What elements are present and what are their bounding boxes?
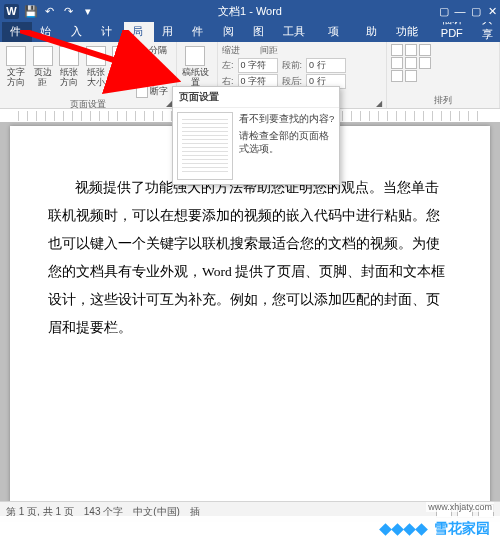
page-setup-tooltip: 页面设置 看不到要查找的内容? 请检查全部的页面格式选项。 xyxy=(172,86,340,185)
align-icon xyxy=(405,70,417,82)
columns-button[interactable]: 分栏 xyxy=(110,44,134,77)
document-body-text: 视频提供了功能强大的方法帮助您证明您的观点。当您单击联机视频时，可以在想要添加的… xyxy=(48,180,445,335)
spacing-before-input[interactable]: 0 行 xyxy=(306,58,346,73)
rotate-icon xyxy=(419,57,431,69)
close-button[interactable]: ✕ xyxy=(484,3,500,19)
arrange-btn-6[interactable] xyxy=(405,70,417,82)
size-icon xyxy=(86,46,106,66)
window-buttons: ▢ — ▢ ✕ xyxy=(436,3,500,19)
redo-icon[interactable]: ↷ xyxy=(61,4,76,19)
paper-settings-button[interactable]: 稿纸设置 xyxy=(181,44,209,87)
hyphen-icon xyxy=(136,86,148,98)
group-icon xyxy=(419,44,431,56)
watermark-url: www.xhjaty.com xyxy=(426,502,494,512)
quick-access-toolbar: W 💾 ↶ ↷ ▾ xyxy=(0,4,99,19)
margins-icon xyxy=(33,46,53,66)
save-icon[interactable]: 💾 xyxy=(23,4,38,19)
indent-left-input[interactable]: 0 字符 xyxy=(238,58,278,73)
text-direction-button[interactable]: 文字方向 xyxy=(4,44,28,87)
qat-more-icon[interactable]: ▾ xyxy=(80,4,95,19)
ribbon-options-icon[interactable]: ▢ xyxy=(436,3,452,19)
orientation-icon xyxy=(59,46,79,66)
breaks-icon xyxy=(136,51,147,63)
undo-icon[interactable]: ↶ xyxy=(42,4,57,19)
orientation-button[interactable]: 纸张方向 xyxy=(57,44,81,87)
watermark-logo-icon xyxy=(381,525,426,534)
page-setup-mini: 分隔符 行号 断字 xyxy=(136,44,172,98)
watermark-text: 雪花家园 xyxy=(434,520,490,538)
watermark: 雪花家园 xyxy=(0,516,500,542)
group-arrange: 排列 xyxy=(387,42,500,108)
minimize-button[interactable]: — xyxy=(452,3,468,19)
text-direction-icon xyxy=(6,46,26,66)
arrange-btn-8[interactable] xyxy=(419,57,431,69)
paragraph-launcher[interactable]: ◢ xyxy=(376,99,384,107)
forward-icon xyxy=(391,70,403,82)
arrange-btn-7[interactable] xyxy=(419,44,431,56)
paper-icon xyxy=(185,46,205,66)
selectionpane-icon xyxy=(405,57,417,69)
arrange-btn-2[interactable] xyxy=(391,57,403,69)
hyphenation-button[interactable]: 断字 xyxy=(136,85,172,98)
ribbon-tab-row: 文件 开始 插入 设计 布局 引用 邮件 审阅 视图 开发工具 加载项 帮助 特… xyxy=(0,22,500,42)
indent-label: 缩进 xyxy=(222,44,240,57)
tooltip-preview-icon xyxy=(177,112,233,180)
line-no-icon xyxy=(136,72,148,84)
size-button[interactable]: 纸张大小 xyxy=(83,44,107,87)
backward-icon xyxy=(405,44,417,56)
margins-button[interactable]: 页边距 xyxy=(30,44,54,87)
line-numbers-button[interactable]: 行号 xyxy=(136,71,172,84)
wrap-icon xyxy=(391,57,403,69)
tooltip-title: 页面设置 xyxy=(173,87,339,108)
columns-icon xyxy=(112,46,132,66)
group-title-arrange: 排列 xyxy=(391,94,495,108)
arrange-btn-3[interactable] xyxy=(391,70,403,82)
spacing-label: 间距 xyxy=(260,44,278,57)
tooltip-line1: 看不到要查找的内容? xyxy=(239,112,335,125)
arrange-btn-1[interactable] xyxy=(391,44,403,56)
title-bar: W 💾 ↶ ↷ ▾ 文档1 - Word ▢ — ▢ ✕ xyxy=(0,0,500,22)
tooltip-line2: 请检查全部的页面格式选项。 xyxy=(239,129,335,155)
arrange-btn-5[interactable] xyxy=(405,57,417,69)
group-page-setup: 文字方向 页边距 纸张方向 纸张大小 分栏 分隔符 行号 断字 页面设置 ◢ xyxy=(0,42,177,108)
arrange-btn-4[interactable] xyxy=(405,44,417,56)
maximize-button[interactable]: ▢ xyxy=(468,3,484,19)
word-icon: W xyxy=(4,4,19,19)
position-icon xyxy=(391,44,403,56)
breaks-button[interactable]: 分隔符 xyxy=(136,44,172,70)
